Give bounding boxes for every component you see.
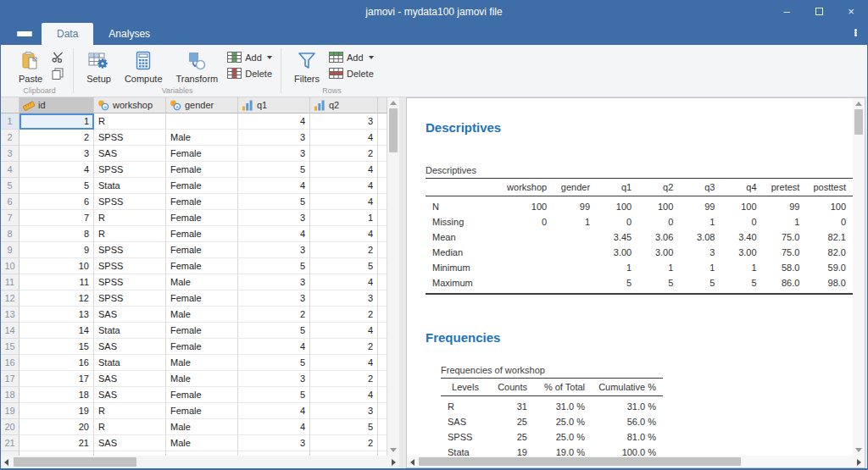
frequencies-analysis[interactable]: Frequencies Frequencies of workshop Leve… — [426, 330, 853, 456]
data-cell[interactable]: 20 — [19, 419, 94, 435]
data-cell[interactable]: 4 — [310, 226, 378, 242]
data-cell[interactable]: 3 — [238, 290, 310, 307]
data-cell[interactable]: Male — [166, 130, 238, 146]
data-cell[interactable]: 4 — [238, 226, 310, 242]
data-cell[interactable]: SAS — [94, 339, 166, 355]
data-cell[interactable] — [378, 226, 387, 242]
data-cell[interactable]: SAS — [94, 435, 166, 451]
tab-analyses[interactable]: Analyses — [93, 23, 165, 45]
scroll-up-icon[interactable] — [855, 102, 862, 106]
row-header[interactable]: 18 — [1, 387, 19, 403]
data-cell[interactable]: 5 — [310, 258, 378, 274]
data-cell[interactable] — [378, 162, 387, 178]
data-cell[interactable]: Male — [166, 435, 238, 451]
data-cell[interactable]: 3 — [310, 403, 378, 419]
row-header[interactable]: 21 — [1, 435, 19, 451]
vertical-scroll-thumb[interactable] — [389, 108, 398, 152]
data-cell[interactable]: 19 — [19, 403, 94, 419]
data-cell[interactable]: 5 — [310, 419, 378, 435]
data-cell[interactable]: SPSS — [94, 130, 166, 146]
data-cell[interactable] — [378, 339, 387, 355]
row-header[interactable]: 9 — [1, 242, 19, 258]
data-cell[interactable]: 4 — [310, 130, 378, 146]
data-cell[interactable]: 2 — [310, 146, 378, 162]
data-cell[interactable]: 6 — [19, 194, 94, 210]
data-cell[interactable]: SPSS — [94, 162, 166, 178]
data-cell[interactable]: 10 — [19, 258, 94, 274]
minimize-button[interactable]: – — [771, 0, 803, 23]
data-cell[interactable]: 9 — [19, 242, 94, 258]
cut-button[interactable] — [50, 51, 66, 64]
data-cell[interactable]: 11 — [19, 274, 94, 290]
scroll-right-icon[interactable] — [857, 459, 861, 466]
column-header-q1[interactable]: q1 — [238, 97, 310, 113]
data-cell[interactable]: Male — [166, 355, 238, 371]
data-cell[interactable]: SAS — [94, 371, 166, 387]
data-cell[interactable] — [378, 274, 387, 290]
row-header[interactable]: 13 — [1, 307, 19, 323]
transform-button[interactable]: Transform — [170, 48, 225, 86]
row-header[interactable]: 10 — [1, 258, 19, 274]
column-header-partial[interactable] — [378, 97, 387, 113]
data-cell[interactable]: Female — [166, 403, 238, 419]
data-cell[interactable]: 4 — [310, 194, 378, 210]
column-header-workshop[interactable]: aworkshop — [94, 97, 166, 113]
data-cell[interactable]: Female — [166, 339, 238, 355]
data-cell[interactable]: 3 — [238, 274, 310, 290]
data-cell[interactable]: 3 — [238, 210, 310, 226]
data-cell[interactable]: 2 — [310, 242, 378, 258]
scroll-down-icon[interactable] — [390, 448, 397, 452]
data-cell[interactable]: SPSS — [94, 194, 166, 210]
row-header[interactable]: 5 — [1, 178, 19, 194]
data-cell[interactable]: 4 — [310, 274, 378, 290]
row-header[interactable]: 19 — [1, 403, 19, 419]
column-header-id[interactable]: id — [19, 97, 94, 113]
vertical-scroll-thumb[interactable] — [854, 109, 863, 135]
filters-button[interactable]: Filters — [288, 48, 326, 86]
data-cell[interactable]: 5 — [238, 387, 310, 403]
row-header[interactable]: 17 — [1, 371, 19, 387]
data-cell[interactable]: Female — [166, 146, 238, 162]
data-cell[interactable]: 21 — [19, 435, 94, 451]
data-cell[interactable]: 2 — [310, 339, 378, 355]
data-cell[interactable] — [378, 258, 387, 274]
data-cell[interactable]: 5 — [238, 355, 310, 371]
data-cell[interactable] — [378, 194, 387, 210]
descriptives-analysis[interactable]: Descriptives Descriptives workshopgender… — [426, 120, 853, 295]
setup-button[interactable]: Setup — [81, 48, 117, 86]
data-cell[interactable]: 4 — [310, 355, 378, 371]
data-cell[interactable]: Female — [166, 210, 238, 226]
data-cell[interactable]: SAS — [94, 307, 166, 323]
data-cell[interactable]: 5 — [19, 178, 94, 194]
data-cell[interactable] — [378, 307, 387, 323]
data-cell[interactable] — [378, 355, 387, 371]
data-cell[interactable]: Male — [166, 419, 238, 435]
data-cell[interactable]: Female — [166, 178, 238, 194]
data-cell[interactable]: 17 — [19, 371, 94, 387]
data-cell[interactable] — [166, 113, 238, 130]
data-cell[interactable]: 4 — [310, 323, 378, 339]
data-cell[interactable]: 14 — [19, 323, 94, 339]
data-cell[interactable]: 3 — [19, 146, 94, 162]
data-cell[interactable] — [378, 403, 387, 419]
data-cell[interactable]: 2 — [19, 130, 94, 146]
data-cell[interactable]: 4 — [238, 178, 310, 194]
data-cell[interactable]: 5 — [238, 258, 310, 274]
scroll-down-icon[interactable] — [855, 448, 862, 452]
data-cell[interactable]: 12 — [19, 290, 94, 307]
data-cell[interactable]: R — [94, 113, 166, 130]
data-cell[interactable] — [378, 146, 387, 162]
data-cell[interactable]: Female — [166, 323, 238, 339]
data-cell[interactable] — [378, 210, 387, 226]
add-row-button[interactable]: Add — [327, 51, 376, 64]
paste-button[interactable]: Paste — [13, 48, 48, 86]
data-cell[interactable]: Female — [166, 226, 238, 242]
row-header[interactable]: 1 — [1, 113, 19, 130]
data-cell[interactable]: 4 — [238, 113, 310, 130]
data-cell[interactable]: 4 — [19, 162, 94, 178]
main-menu-button[interactable] — [8, 23, 42, 45]
data-cell[interactable]: 4 — [238, 403, 310, 419]
scroll-up-icon[interactable] — [390, 101, 397, 105]
data-cell[interactable]: Male — [166, 274, 238, 290]
data-cell[interactable] — [378, 371, 387, 387]
